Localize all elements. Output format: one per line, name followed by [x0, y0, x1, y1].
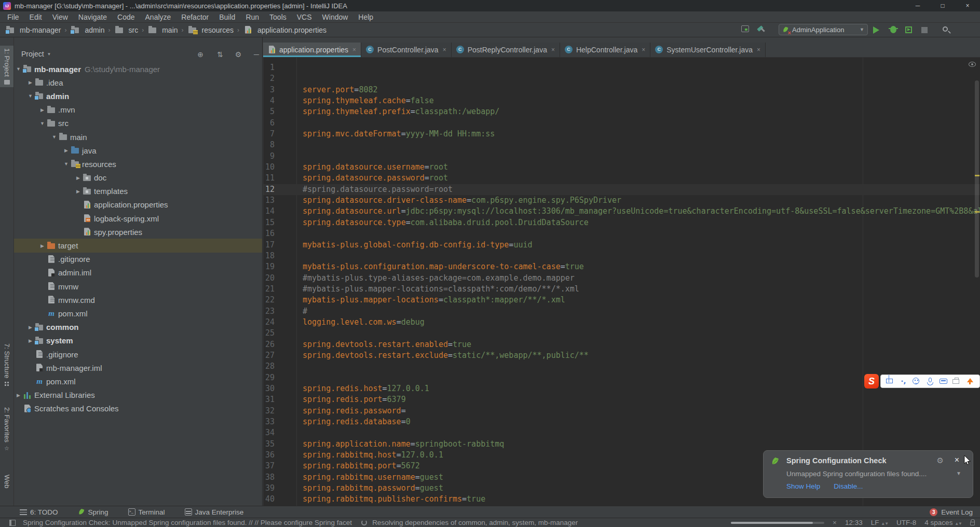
close-icon[interactable]: ×	[955, 0, 980, 11]
tab-application.properties[interactable]: application.properties×	[263, 43, 361, 57]
ime-chinese-mode-icon[interactable]	[886, 377, 894, 385]
menu-help[interactable]: Help	[353, 11, 378, 23]
ime-microphone-icon[interactable]	[926, 377, 934, 385]
menu-file[interactable]: File	[2, 11, 24, 23]
menu-navigate[interactable]: Navigate	[73, 11, 112, 23]
editor-line-14[interactable]: 14spring.datasource.url=jdbc:p6spy:mysql…	[263, 206, 980, 217]
tree-item-.gitignore[interactable]: .gitignore	[14, 348, 262, 361]
editor-line-3[interactable]: 3server.port=8082	[263, 85, 980, 95]
tree-toggle-icon[interactable]: ▶	[62, 148, 70, 153]
menu-run[interactable]: Run	[240, 11, 264, 23]
cancel-task-icon[interactable]: ×	[833, 519, 837, 526]
tab-SystemUserController.java[interactable]: CSystemUserController.java×	[650, 43, 766, 57]
toolwindow-corner-icon[interactable]	[9, 520, 16, 526]
build-hammer-icon[interactable]	[757, 25, 766, 35]
editor-line-7[interactable]: 7spring.mvc.dateFormat=yyyy-MM-dd HH:mm:…	[263, 129, 980, 140]
editor-line-28[interactable]: 28	[263, 361, 980, 372]
editor-line-23[interactable]: 23#	[263, 306, 980, 317]
tree-toggle-icon[interactable]: ▶	[74, 189, 82, 194]
menu-build[interactable]: Build	[214, 11, 240, 23]
tree-toggle-icon[interactable]: ▶	[38, 107, 46, 113]
menu-tools[interactable]: Tools	[264, 11, 292, 23]
editor-line-35[interactable]: 35spring.application.name=springboot-rab…	[263, 439, 980, 450]
toolwindow-button-web[interactable]: Web	[0, 472, 13, 491]
tab-close-icon[interactable]: ×	[757, 46, 760, 53]
editor-line-27[interactable]: 27spring.devtools.restart.exclude=static…	[263, 350, 980, 361]
ime-toolbox-icon[interactable]	[952, 377, 961, 385]
tree-item-pom.xml[interactable]: mpom.xml	[14, 307, 262, 320]
tree-item-pom.xml[interactable]: mpom.xml	[14, 375, 262, 388]
tab-close-icon[interactable]: ×	[642, 46, 645, 53]
breadcrumb-item-resources[interactable]: resources	[187, 26, 234, 34]
editor-line-15[interactable]: 15spring.datasource.type=com.alibaba.dru…	[263, 217, 980, 228]
chevron-down-icon[interactable]: ▼	[956, 470, 961, 476]
tree-toggle-icon[interactable]: ▼	[62, 161, 70, 167]
indent-widget[interactable]: 4 spaces ▲▼	[924, 519, 962, 526]
ime-punctuation-icon[interactable]: ·,	[900, 377, 908, 385]
error-stripe-mark[interactable]	[975, 175, 979, 176]
editor-line-13[interactable]: 13spring.datasource.driver-class-name=co…	[263, 195, 980, 206]
editor-line-16[interactable]: 16	[263, 228, 980, 239]
error-stripe-mark[interactable]	[975, 211, 979, 213]
editor-line-19[interactable]: 19mybatis-plus.configuration.map-undersc…	[263, 261, 980, 272]
tree-item-.gitignore[interactable]: .gitignore	[14, 253, 262, 266]
toolwindow-button-spring[interactable]: Spring	[78, 508, 108, 516]
tree-toggle-icon[interactable]: ▼	[26, 93, 34, 99]
editor-scrollbar[interactable]	[975, 80, 979, 278]
tree-item-admin[interactable]: ▼admin	[14, 89, 262, 103]
editor-line-21[interactable]: 21#mybatis-plus.mapper-locations=classpa…	[263, 284, 980, 295]
run-configuration-select[interactable]: AdminApplication ▼	[779, 24, 868, 35]
tree-item-Scratches and Consoles[interactable]: Scratches and Consoles	[14, 402, 262, 415]
tree-toggle-icon[interactable]: ▶	[26, 325, 34, 330]
tree-toggle-icon[interactable]: ▶	[26, 338, 34, 343]
editor-line-2[interactable]: 2	[263, 73, 980, 84]
close-icon[interactable]: ×	[955, 455, 959, 465]
editor-line-5[interactable]: 5spring.thymeleaf.prefix=classpath:/weba…	[263, 106, 980, 117]
coverage-button[interactable]	[905, 25, 915, 35]
editor-line-1[interactable]: 1	[263, 62, 980, 73]
menu-view[interactable]: View	[47, 11, 73, 23]
code-area[interactable]: 123server.port=80824spring.thymeleaf.cac…	[263, 62, 980, 505]
toolwindow-button-structure[interactable]: 7: Structure	[0, 341, 13, 389]
editor-line-17[interactable]: 17mybatis-plus.global-config.db-config.i…	[263, 240, 980, 251]
tab-PostReplyController.java[interactable]: CPostReplyController.java×	[452, 43, 560, 57]
disable-link[interactable]: Disable...	[834, 482, 863, 490]
menu-code[interactable]: Code	[112, 11, 140, 23]
tree-item-application.properties[interactable]: application.properties	[14, 198, 262, 212]
menu-refactor[interactable]: Refactor	[176, 11, 214, 23]
editor-line-6[interactable]: 6	[263, 118, 980, 129]
ime-keyboard-icon[interactable]	[940, 377, 948, 385]
event-log-button[interactable]: 3 Event Log	[930, 508, 973, 516]
tree-item-target[interactable]: ▶target	[14, 239, 262, 252]
tree-toggle-icon[interactable]: ▶	[26, 80, 34, 85]
toolwindow-button-todo[interactable]: 6: TODO	[20, 508, 58, 516]
search-everywhere-icon[interactable]	[943, 25, 952, 35]
tree-item-main[interactable]: ▼main	[14, 130, 262, 144]
tab-PostController.java[interactable]: CPostController.java×	[361, 43, 452, 57]
tree-toggle-icon[interactable]: ▼	[15, 66, 22, 72]
toolwindow-toggle-icon[interactable]	[741, 25, 751, 35]
breadcrumb-item-admin[interactable]: admin	[70, 26, 104, 34]
menu-vcs[interactable]: VCS	[292, 11, 317, 23]
tree-item-.idea[interactable]: ▶.idea	[14, 76, 262, 89]
hide-panel-icon[interactable]: ─	[252, 50, 261, 59]
editor-line-26[interactable]: 26spring.devtools.restart.enabled=true	[263, 339, 980, 350]
tree-toggle-icon[interactable]: ▶	[74, 175, 82, 181]
tree-item-admin.iml[interactable]: admin.iml	[14, 266, 262, 280]
debug-button[interactable]	[889, 25, 899, 35]
line-separator-widget[interactable]: LF ▲▼	[871, 519, 888, 526]
gear-icon[interactable]: ⚙	[937, 456, 944, 465]
sogou-logo-icon[interactable]: S	[864, 374, 879, 389]
tree-item-logback-spring.xml[interactable]: logback-spring.xml	[14, 212, 262, 225]
editor-line-18[interactable]: 18	[263, 251, 980, 261]
editor-line-22[interactable]: 22mybatis-plus.mapper-locations=classpat…	[263, 295, 980, 306]
toolwindow-button-java-enterprise[interactable]: Java Enterprise	[185, 508, 244, 516]
locate-file-icon[interactable]: ⊕	[196, 50, 205, 59]
breadcrumb-item-src[interactable]: src	[114, 26, 139, 34]
tree-item-mvnw.cmd[interactable]: mvnw.cmd	[14, 293, 262, 307]
minimize-icon[interactable]: ─	[905, 0, 930, 11]
editor-line-11[interactable]: 11spring.datasource.password=root	[263, 173, 980, 184]
tree-item-system[interactable]: ▶system	[14, 334, 262, 348]
tree-toggle-icon[interactable]: ▼	[50, 134, 58, 140]
editor-line-34[interactable]: 34	[263, 427, 980, 438]
